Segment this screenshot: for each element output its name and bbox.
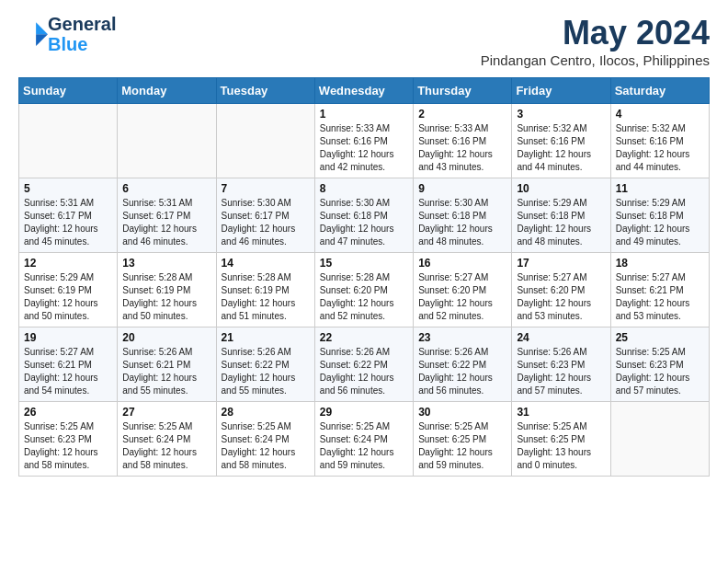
day-info: Sunrise: 5:32 AM Sunset: 6:16 PM Dayligh… <box>616 122 704 174</box>
calendar-cell: 29Sunrise: 5:25 AM Sunset: 6:24 PM Dayli… <box>314 402 413 477</box>
calendar-cell: 25Sunrise: 5:25 AM Sunset: 6:23 PM Dayli… <box>610 327 709 402</box>
day-info: Sunrise: 5:27 AM Sunset: 6:21 PM Dayligh… <box>24 346 112 397</box>
svg-marker-1 <box>36 34 48 46</box>
calendar-cell <box>19 104 118 178</box>
day-number: 28 <box>222 406 310 419</box>
day-info: Sunrise: 5:28 AM Sunset: 6:20 PM Dayligh… <box>320 271 408 323</box>
calendar-cell: 26Sunrise: 5:25 AM Sunset: 6:23 PM Dayli… <box>19 402 118 477</box>
title-section: May 2024 Pindangan Centro, Ilocos, Phili… <box>481 14 710 68</box>
day-info: Sunrise: 5:33 AM Sunset: 6:16 PM Dayligh… <box>320 122 408 174</box>
calendar-cell: 1Sunrise: 5:33 AM Sunset: 6:16 PM Daylig… <box>314 104 413 178</box>
day-number: 17 <box>517 257 605 270</box>
day-info: Sunrise: 5:30 AM Sunset: 6:18 PM Dayligh… <box>418 197 506 248</box>
calendar-day-header: Saturday <box>610 78 709 104</box>
day-number: 3 <box>517 108 605 121</box>
calendar-cell: 14Sunrise: 5:28 AM Sunset: 6:19 PM Dayli… <box>216 253 314 327</box>
day-number: 20 <box>122 331 210 344</box>
calendar-cell: 3Sunrise: 5:32 AM Sunset: 6:16 PM Daylig… <box>512 104 610 178</box>
calendar-header-row: SundayMondayTuesdayWednesdayThursdayFrid… <box>19 78 710 104</box>
day-number: 24 <box>517 331 605 344</box>
day-number: 29 <box>320 406 408 419</box>
day-info: Sunrise: 5:25 AM Sunset: 6:24 PM Dayligh… <box>320 420 408 472</box>
day-number: 14 <box>222 257 310 270</box>
day-number: 10 <box>517 182 605 195</box>
day-info: Sunrise: 5:31 AM Sunset: 6:17 PM Dayligh… <box>24 197 112 248</box>
calendar-table: SundayMondayTuesdayWednesdayThursdayFrid… <box>18 77 710 477</box>
day-number: 22 <box>320 331 408 344</box>
day-info: Sunrise: 5:30 AM Sunset: 6:18 PM Dayligh… <box>320 197 408 248</box>
logo: General Blue <box>18 14 116 54</box>
day-number: 27 <box>122 406 210 419</box>
calendar-cell: 23Sunrise: 5:26 AM Sunset: 6:22 PM Dayli… <box>414 327 512 402</box>
calendar-cell: 17Sunrise: 5:27 AM Sunset: 6:20 PM Dayli… <box>512 253 610 327</box>
day-info: Sunrise: 5:27 AM Sunset: 6:20 PM Dayligh… <box>517 271 605 323</box>
month-title: May 2024 <box>481 14 710 52</box>
day-info: Sunrise: 5:26 AM Sunset: 6:22 PM Dayligh… <box>418 346 506 397</box>
calendar-cell: 24Sunrise: 5:26 AM Sunset: 6:23 PM Dayli… <box>512 327 610 402</box>
day-info: Sunrise: 5:33 AM Sunset: 6:16 PM Dayligh… <box>418 122 506 174</box>
calendar-cell <box>610 402 709 477</box>
calendar-cell: 20Sunrise: 5:26 AM Sunset: 6:21 PM Dayli… <box>118 327 216 402</box>
day-number: 8 <box>320 182 408 195</box>
logo-general: General <box>48 14 116 34</box>
day-info: Sunrise: 5:28 AM Sunset: 6:19 PM Dayligh… <box>122 271 210 323</box>
day-info: Sunrise: 5:32 AM Sunset: 6:16 PM Dayligh… <box>517 122 605 174</box>
calendar-cell <box>216 104 314 178</box>
calendar-cell: 21Sunrise: 5:26 AM Sunset: 6:22 PM Dayli… <box>216 327 314 402</box>
calendar-cell: 31Sunrise: 5:25 AM Sunset: 6:25 PM Dayli… <box>512 402 610 477</box>
calendar-week-row: 5Sunrise: 5:31 AM Sunset: 6:17 PM Daylig… <box>19 178 710 253</box>
day-info: Sunrise: 5:29 AM Sunset: 6:18 PM Dayligh… <box>616 197 704 248</box>
day-info: Sunrise: 5:26 AM Sunset: 6:21 PM Dayligh… <box>122 346 210 397</box>
day-info: Sunrise: 5:29 AM Sunset: 6:18 PM Dayligh… <box>517 197 605 248</box>
calendar-cell: 12Sunrise: 5:29 AM Sunset: 6:19 PM Dayli… <box>19 253 118 327</box>
day-info: Sunrise: 5:25 AM Sunset: 6:25 PM Dayligh… <box>517 420 605 472</box>
day-info: Sunrise: 5:26 AM Sunset: 6:23 PM Dayligh… <box>517 346 605 397</box>
day-info: Sunrise: 5:30 AM Sunset: 6:17 PM Dayligh… <box>222 197 310 248</box>
day-info: Sunrise: 5:26 AM Sunset: 6:22 PM Dayligh… <box>320 346 408 397</box>
day-info: Sunrise: 5:29 AM Sunset: 6:19 PM Dayligh… <box>24 271 112 323</box>
calendar-week-row: 26Sunrise: 5:25 AM Sunset: 6:23 PM Dayli… <box>19 402 710 477</box>
day-number: 6 <box>122 182 210 195</box>
page: General Blue May 2024 Pindangan Centro, … <box>0 0 728 563</box>
header: General Blue May 2024 Pindangan Centro, … <box>18 14 710 68</box>
calendar-cell: 27Sunrise: 5:25 AM Sunset: 6:24 PM Dayli… <box>118 402 216 477</box>
calendar-cell: 16Sunrise: 5:27 AM Sunset: 6:20 PM Dayli… <box>414 253 512 327</box>
calendar-week-row: 19Sunrise: 5:27 AM Sunset: 6:21 PM Dayli… <box>19 327 710 402</box>
calendar-cell: 9Sunrise: 5:30 AM Sunset: 6:18 PM Daylig… <box>414 178 512 253</box>
day-number: 4 <box>616 108 704 121</box>
day-number: 26 <box>24 406 112 419</box>
day-number: 23 <box>418 331 506 344</box>
day-number: 19 <box>24 331 112 344</box>
calendar-cell: 19Sunrise: 5:27 AM Sunset: 6:21 PM Dayli… <box>19 327 118 402</box>
calendar-cell: 13Sunrise: 5:28 AM Sunset: 6:19 PM Dayli… <box>118 253 216 327</box>
calendar-cell: 7Sunrise: 5:30 AM Sunset: 6:17 PM Daylig… <box>216 178 314 253</box>
day-number: 1 <box>320 108 408 121</box>
calendar-week-row: 1Sunrise: 5:33 AM Sunset: 6:16 PM Daylig… <box>19 104 710 178</box>
calendar-cell <box>118 104 216 178</box>
location-subtitle: Pindangan Centro, Ilocos, Philippines <box>481 52 710 68</box>
calendar-cell: 11Sunrise: 5:29 AM Sunset: 6:18 PM Dayli… <box>610 178 709 253</box>
day-number: 12 <box>24 257 112 270</box>
day-info: Sunrise: 5:27 AM Sunset: 6:20 PM Dayligh… <box>418 271 506 323</box>
day-info: Sunrise: 5:25 AM Sunset: 6:24 PM Dayligh… <box>222 420 310 472</box>
day-info: Sunrise: 5:25 AM Sunset: 6:23 PM Dayligh… <box>616 346 704 397</box>
calendar-cell: 28Sunrise: 5:25 AM Sunset: 6:24 PM Dayli… <box>216 402 314 477</box>
svg-marker-0 <box>36 22 48 34</box>
day-number: 13 <box>122 257 210 270</box>
calendar-day-header: Friday <box>512 78 610 104</box>
day-number: 16 <box>418 257 506 270</box>
calendar-week-row: 12Sunrise: 5:29 AM Sunset: 6:19 PM Dayli… <box>19 253 710 327</box>
day-info: Sunrise: 5:25 AM Sunset: 6:25 PM Dayligh… <box>418 420 506 472</box>
calendar-day-header: Monday <box>118 78 216 104</box>
calendar-day-header: Thursday <box>414 78 512 104</box>
calendar-cell: 8Sunrise: 5:30 AM Sunset: 6:18 PM Daylig… <box>314 178 413 253</box>
calendar-cell: 22Sunrise: 5:26 AM Sunset: 6:22 PM Dayli… <box>314 327 413 402</box>
calendar-cell: 2Sunrise: 5:33 AM Sunset: 6:16 PM Daylig… <box>414 104 512 178</box>
day-info: Sunrise: 5:28 AM Sunset: 6:19 PM Dayligh… <box>222 271 310 323</box>
day-number: 11 <box>616 182 704 195</box>
calendar-cell: 18Sunrise: 5:27 AM Sunset: 6:21 PM Dayli… <box>610 253 709 327</box>
day-info: Sunrise: 5:25 AM Sunset: 6:23 PM Dayligh… <box>24 420 112 472</box>
calendar-cell: 10Sunrise: 5:29 AM Sunset: 6:18 PM Dayli… <box>512 178 610 253</box>
day-info: Sunrise: 5:25 AM Sunset: 6:24 PM Dayligh… <box>122 420 210 472</box>
day-number: 5 <box>24 182 112 195</box>
